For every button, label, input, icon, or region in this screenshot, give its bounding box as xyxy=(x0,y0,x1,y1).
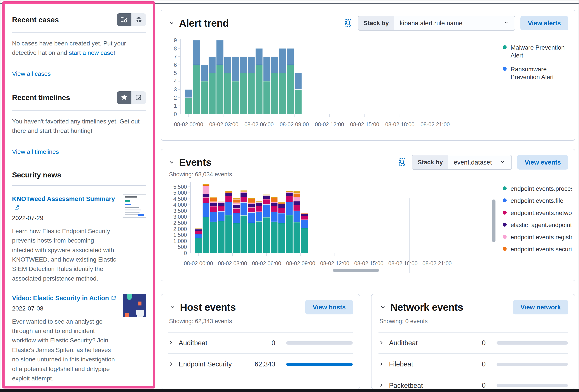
svg-text:5: 5 xyxy=(174,70,177,76)
host-events-collapse-toggle[interactable] xyxy=(169,304,176,311)
divider xyxy=(12,185,146,186)
alert-trend-collapse-toggle[interactable] xyxy=(169,20,175,27)
legend-item[interactable]: endpoint.events.proces xyxy=(503,185,572,193)
folder-exclamation-icon xyxy=(120,15,128,24)
table-row: Endpoint Security 62,343 xyxy=(168,353,353,375)
security-overview-page: Recent cases xyxy=(0,0,579,392)
inspect-button[interactable] xyxy=(344,18,353,28)
svg-text:1,000: 1,000 xyxy=(173,238,187,244)
view-alerts-button[interactable]: View alerts xyxy=(520,16,568,30)
events-stack-by-select[interactable]: event.dataset xyxy=(448,155,511,169)
events-chart-area: 05001,0001,5002,0002,5003,0003,5004,0004… xyxy=(161,178,575,273)
events-chart: 05001,0001,5002,0002,5003,0003,5004,0004… xyxy=(166,179,503,273)
recent-timelines-edit-button[interactable] xyxy=(131,91,146,104)
svg-text:1,500: 1,500 xyxy=(173,232,187,238)
inspect-button[interactable] xyxy=(398,158,407,167)
legend-item[interactable]: Ransomware Prevention Alert xyxy=(503,65,572,81)
row-count: 0 xyxy=(449,382,486,389)
svg-text:4,500: 4,500 xyxy=(173,196,187,202)
news-item-title-link[interactable]: Video: Elastic Security in Action xyxy=(12,294,117,303)
svg-text:0: 0 xyxy=(184,250,187,256)
recent-timelines-empty-text: You haven't favorited any timelines yet.… xyxy=(12,117,146,136)
row-expand-toggle[interactable] xyxy=(378,382,384,389)
view-network-button[interactable]: View network xyxy=(513,300,568,315)
chevron-right-icon xyxy=(168,361,174,368)
svg-text:3,500: 3,500 xyxy=(173,208,187,214)
chevron-right-icon xyxy=(378,361,384,368)
view-hosts-button[interactable]: View hosts xyxy=(305,300,353,315)
recent-cases-empty-text: No cases have been created yet. Put your… xyxy=(12,39,146,58)
events-collapse-toggle[interactable] xyxy=(169,159,175,166)
recently-created-cases-button[interactable] xyxy=(117,13,131,26)
view-events-button[interactable]: View events xyxy=(517,155,568,170)
svg-text:5,000: 5,000 xyxy=(173,190,187,196)
svg-text:1: 1 xyxy=(174,103,177,109)
news-item: KNOTweed Assessment Summary 2022-07-29 L… xyxy=(12,195,146,283)
chevron-right-icon xyxy=(378,382,384,389)
alert-trend-panel: Alert trend Stack by kibana.alert.rule.n… xyxy=(161,10,575,141)
network-events-title: Network events xyxy=(390,301,463,313)
stack-by-label: Stack by xyxy=(358,16,394,30)
recent-timelines-filter-group xyxy=(117,91,146,104)
svg-text:500: 500 xyxy=(178,244,187,250)
legend-item[interactable]: Malware Prevention Alert xyxy=(503,44,572,60)
favorite-timelines-button[interactable] xyxy=(117,91,131,104)
legend-horizontal-scrollbar[interactable] xyxy=(333,269,379,272)
svg-text:5,500: 5,500 xyxy=(173,184,187,190)
legend-dot-icon xyxy=(503,223,507,227)
alert-stack-by-control: Stack by kibana.alert.rule.name xyxy=(358,16,515,31)
alert-stack-by-value: kibana.alert.rule.name xyxy=(400,20,462,27)
svg-text:08-02 18:00: 08-02 18:00 xyxy=(385,121,414,128)
row-count: 0 xyxy=(239,339,275,347)
inspect-icon xyxy=(344,18,353,28)
svg-text:08-02 03:00: 08-02 03:00 xyxy=(209,121,238,128)
legend-item[interactable]: endpoint.events.netwo xyxy=(503,209,572,217)
news-item-title-link[interactable]: KNOTweed Assessment Summary xyxy=(12,195,117,213)
chevron-down-icon xyxy=(380,304,386,311)
legend-label: endpoint.events.proces xyxy=(510,185,572,193)
network-events-collapse-toggle[interactable] xyxy=(380,304,386,311)
row-expand-toggle[interactable] xyxy=(168,361,174,368)
svg-text:08-02 00:00: 08-02 00:00 xyxy=(174,121,203,128)
view-all-timelines-link[interactable]: View all timelines xyxy=(12,148,59,155)
host-events-body: Showing: 62,343 events Auditbeat 0 xyxy=(161,318,360,375)
legend-label: elastic_agent.endpoint xyxy=(510,221,572,229)
legend-dot-icon xyxy=(503,45,507,49)
events-panel: Events Stack by event.dataset xyxy=(161,149,575,281)
host-events-title: Host events xyxy=(180,301,236,313)
sidebar: Recent cases xyxy=(4,4,153,386)
legend-item[interactable]: endpoint.events.securi xyxy=(503,245,572,253)
chevron-right-icon xyxy=(378,340,384,346)
recently-viewed-cases-button[interactable] xyxy=(131,13,146,26)
legend-item[interactable]: elastic_agent.endpoint xyxy=(503,221,572,229)
alert-stack-by-select[interactable]: kibana.alert.rule.name xyxy=(394,16,515,30)
row-name: Packetbeat xyxy=(389,381,444,389)
svg-text:3,000: 3,000 xyxy=(173,214,187,220)
legend-item[interactable]: endpoint.events.registr xyxy=(503,233,572,241)
row-expand-toggle[interactable] xyxy=(168,340,174,346)
divider xyxy=(12,64,146,64)
network-events-rows: Auditbeat 0 Filebeat xyxy=(378,332,568,389)
legend-label: endpoint.events.file xyxy=(510,197,563,205)
view-all-cases-link[interactable]: View all cases xyxy=(12,70,51,77)
svg-text:08-02 09:00: 08-02 09:00 xyxy=(280,121,309,128)
recent-cases-title: Recent cases xyxy=(12,15,59,24)
legend-dot-icon xyxy=(503,247,507,251)
host-events-rows: Auditbeat 0 Endpoint Security xyxy=(168,332,353,375)
chevron-down-icon xyxy=(499,158,506,167)
svg-text:0: 0 xyxy=(174,111,177,117)
svg-text:7: 7 xyxy=(174,54,177,60)
row-expand-toggle[interactable] xyxy=(378,361,384,368)
start-a-new-case-link[interactable]: start a new case xyxy=(69,49,113,56)
events-stack-by-value: event.dataset xyxy=(454,159,492,166)
row-expand-toggle[interactable] xyxy=(378,340,384,346)
alert-trend-chart-area: 012345678908-02 00:0008-02 03:0008-02 06… xyxy=(161,33,575,135)
legend-vertical-scrollbar[interactable] xyxy=(492,199,496,242)
svg-text:08-02 00:00: 08-02 00:00 xyxy=(184,260,213,266)
news-item-thumbnail xyxy=(123,195,146,218)
recent-cases-header: Recent cases xyxy=(12,13,146,26)
legend-item[interactable]: endpoint.events.file xyxy=(503,197,572,205)
svg-text:2,500: 2,500 xyxy=(173,220,187,226)
host-events-panel: Host events View hosts Showing: 62,343 e… xyxy=(161,294,360,389)
svg-text:6: 6 xyxy=(174,62,177,68)
